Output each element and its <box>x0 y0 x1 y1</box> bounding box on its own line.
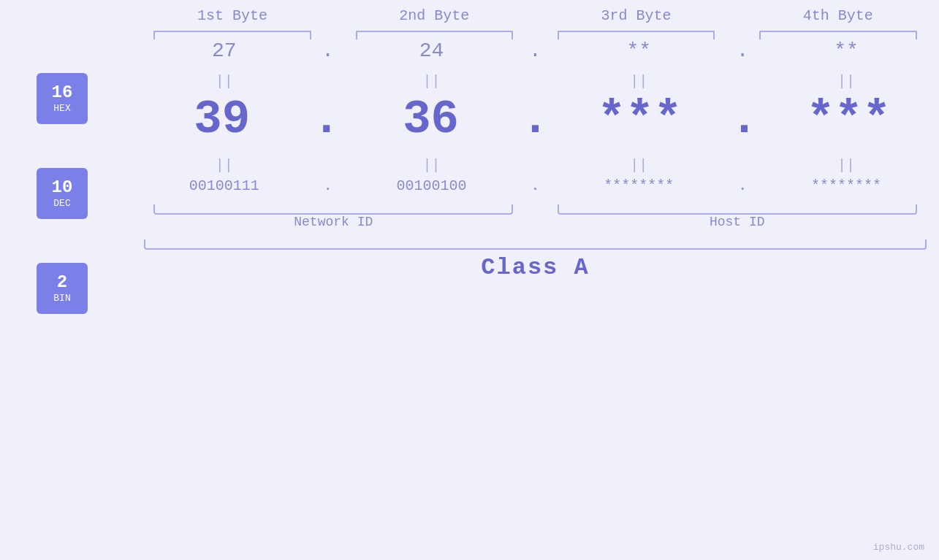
data-area: 1st Byte 2nd Byte 3rd Byte 4th Byte <box>132 7 939 281</box>
byte3-header: 3rd Byte <box>536 7 737 27</box>
bin-badge-num: 2 <box>57 273 67 292</box>
bin-dot2: . <box>525 177 547 194</box>
class-label-row: Class A <box>132 254 939 281</box>
hex-dot3: . <box>731 39 753 62</box>
content-area: 16 HEX 10 DEC 2 BIN 1st Byte 2nd Byte 3r… <box>0 7 939 314</box>
hex-b4: ** <box>753 39 939 62</box>
sep2-b4: || <box>753 157 939 174</box>
top-bracket-1 <box>153 31 311 39</box>
hex-badge-num: 16 <box>52 83 73 102</box>
hex-dot1: . <box>317 39 339 62</box>
dec-badge: 10 DEC <box>37 168 88 219</box>
sep-row-1: || || || || <box>132 73 939 90</box>
sep1-b1: || <box>132 73 317 90</box>
top-bracket-cell-2 <box>333 31 535 39</box>
bottom-brackets-row <box>132 204 939 215</box>
sep-row-2: || || || || <box>132 157 939 174</box>
network-bottom-bracket-cell <box>132 204 536 215</box>
network-bottom-bracket <box>153 204 513 215</box>
byte1-header: 1st Byte <box>132 7 333 27</box>
host-bottom-bracket-cell <box>536 204 940 215</box>
dec-badge-num: 10 <box>52 178 73 197</box>
main-container: 16 HEX 10 DEC 2 BIN 1st Byte 2nd Byte 3r… <box>0 0 939 560</box>
dec-b1: 39 <box>132 93 312 146</box>
dec-row: 39 . 36 . *** . *** <box>132 93 939 146</box>
id-label-row: Network ID Host ID <box>132 215 939 229</box>
hex-badge: 16 HEX <box>37 73 88 124</box>
dec-b3: *** <box>550 93 730 146</box>
host-id-label: Host ID <box>536 215 940 229</box>
dec-dot3: . <box>730 93 758 146</box>
top-bracket-3 <box>558 31 715 39</box>
class-area: Class A <box>132 239 939 281</box>
hex-dot2: . <box>525 39 547 62</box>
bin-b3: ******** <box>547 177 732 194</box>
byte-headers: 1st Byte 2nd Byte 3rd Byte 4th Byte <box>132 7 939 27</box>
byte2-header: 2nd Byte <box>333 7 535 27</box>
sep1-b2: || <box>339 73 525 90</box>
badge-column: 16 HEX 10 DEC 2 BIN <box>37 73 88 314</box>
bin-row: 00100111 . 00100100 . ******** . *******… <box>132 177 939 194</box>
dec-b2: 36 <box>341 93 521 146</box>
top-bracket-cell-4 <box>737 31 939 39</box>
top-brackets <box>132 31 939 39</box>
sep2-b2: || <box>339 157 525 174</box>
hex-row: 27 . 24 . ** . ** <box>132 39 939 62</box>
hex-badge-label: HEX <box>53 103 70 114</box>
top-bracket-2 <box>356 31 513 39</box>
class-bracket <box>144 239 927 250</box>
sep2-b1: || <box>132 157 317 174</box>
bin-b2: 00100100 <box>339 177 525 194</box>
dec-badge-label: DEC <box>53 198 70 209</box>
dec-dot2: . <box>521 93 549 146</box>
dec-dot1: . <box>312 93 340 146</box>
bin-dot1: . <box>317 177 339 194</box>
bin-b1: 00100111 <box>132 177 317 194</box>
watermark: ipshu.com <box>873 542 924 553</box>
dec-b4: *** <box>759 93 939 146</box>
byte4-header: 4th Byte <box>737 7 939 27</box>
sep1-b4: || <box>753 73 939 90</box>
class-label: Class A <box>481 254 589 281</box>
sep2-b3: || <box>547 157 732 174</box>
bin-badge: 2 BIN <box>37 263 88 314</box>
host-bottom-bracket <box>558 204 917 215</box>
hex-b3: ** <box>547 39 732 62</box>
hex-b2: 24 <box>339 39 525 62</box>
sep1-b3: || <box>547 73 732 90</box>
bin-dot3: . <box>731 177 753 194</box>
top-bracket-4 <box>759 31 916 39</box>
top-bracket-cell-1 <box>132 31 333 39</box>
bin-badge-label: BIN <box>53 293 70 304</box>
top-bracket-cell-3 <box>536 31 737 39</box>
bin-b4: ******** <box>753 177 939 194</box>
network-id-label: Network ID <box>132 215 536 229</box>
hex-b1: 27 <box>132 39 317 62</box>
